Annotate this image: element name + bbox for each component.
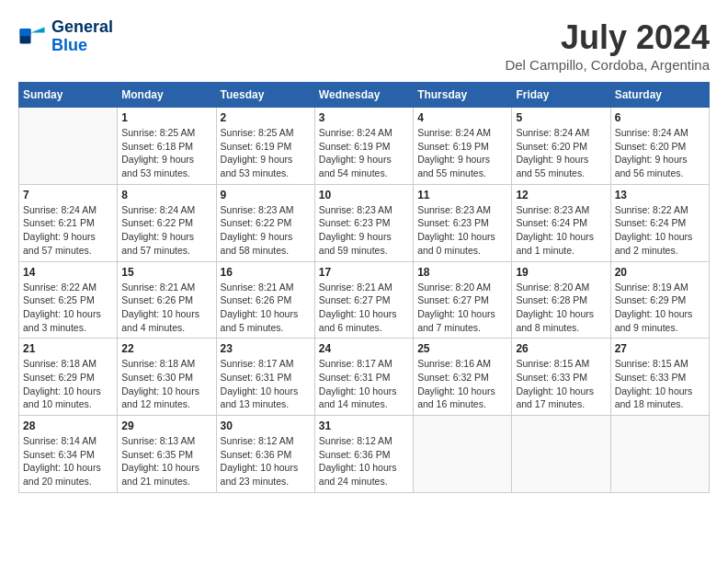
- day-number: 14: [23, 266, 113, 279]
- calendar-cell: [19, 108, 118, 185]
- day-info: Sunrise: 8:22 AMSunset: 6:25 PMDaylight:…: [23, 281, 113, 335]
- calendar-cell: 2Sunrise: 8:25 AMSunset: 6:19 PMDaylight…: [216, 108, 314, 185]
- day-number: 9: [221, 189, 311, 201]
- day-info: Sunrise: 8:22 AMSunset: 6:24 PMDaylight:…: [615, 203, 705, 258]
- day-info: Sunrise: 8:25 AMSunset: 6:19 PMDaylight:…: [221, 126, 311, 180]
- calendar-cell: 6Sunrise: 8:24 AMSunset: 6:20 PMDaylight…: [610, 108, 709, 185]
- day-info: Sunrise: 8:18 AMSunset: 6:29 PMDaylight:…: [23, 357, 113, 411]
- day-info: Sunrise: 8:19 AMSunset: 6:29 PMDaylight:…: [615, 281, 705, 335]
- day-number: 2: [221, 111, 311, 124]
- calendar-cell: 27Sunrise: 8:15 AMSunset: 6:33 PMDayligh…: [610, 339, 709, 416]
- day-number: 25: [417, 342, 507, 355]
- day-info: Sunrise: 8:21 AMSunset: 6:26 PMDaylight:…: [121, 281, 211, 335]
- day-info: Sunrise: 8:13 AMSunset: 6:35 PMDaylight:…: [121, 434, 211, 488]
- logo-line1: General: [51, 18, 113, 37]
- day-number: 4: [417, 111, 507, 124]
- day-info: Sunrise: 8:24 AMSunset: 6:19 PMDaylight:…: [319, 126, 409, 180]
- calendar-cell: 17Sunrise: 8:21 AMSunset: 6:27 PMDayligh…: [314, 261, 413, 339]
- calendar-cell: 20Sunrise: 8:19 AMSunset: 6:29 PMDayligh…: [610, 261, 709, 339]
- weekday-header: Sunday: [19, 83, 118, 108]
- day-info: Sunrise: 8:24 AMSunset: 6:20 PMDaylight:…: [615, 126, 705, 180]
- calendar-cell: [610, 416, 709, 493]
- weekday-header: Monday: [118, 83, 216, 108]
- day-number: 16: [221, 266, 311, 279]
- day-info: Sunrise: 8:12 AMSunset: 6:36 PMDaylight:…: [221, 434, 311, 488]
- calendar-cell: 3Sunrise: 8:24 AMSunset: 6:19 PMDaylight…: [314, 108, 413, 185]
- day-number: 19: [516, 266, 606, 279]
- calendar-cell: 21Sunrise: 8:18 AMSunset: 6:29 PMDayligh…: [19, 339, 118, 416]
- day-info: Sunrise: 8:15 AMSunset: 6:33 PMDaylight:…: [615, 357, 705, 411]
- calendar-cell: 4Sunrise: 8:24 AMSunset: 6:19 PMDaylight…: [414, 108, 512, 185]
- calendar-cell: [512, 416, 610, 493]
- calendar-cell: 13Sunrise: 8:22 AMSunset: 6:24 PMDayligh…: [610, 184, 709, 261]
- day-number: 28: [23, 419, 113, 432]
- day-number: 26: [516, 342, 606, 355]
- day-info: Sunrise: 8:24 AMSunset: 6:21 PMDaylight:…: [23, 203, 113, 258]
- weekday-header: Friday: [512, 83, 610, 108]
- calendar-header-row: SundayMondayTuesdayWednesdayThursdayFrid…: [19, 83, 710, 108]
- calendar-week-row: 21Sunrise: 8:18 AMSunset: 6:29 PMDayligh…: [19, 339, 710, 416]
- day-number: 29: [121, 419, 211, 432]
- weekday-header: Saturday: [610, 83, 709, 108]
- calendar-cell: 10Sunrise: 8:23 AMSunset: 6:23 PMDayligh…: [314, 184, 413, 261]
- day-info: Sunrise: 8:17 AMSunset: 6:31 PMDaylight:…: [221, 357, 311, 411]
- day-number: 11: [417, 189, 507, 201]
- day-number: 22: [121, 342, 211, 355]
- calendar-cell: 5Sunrise: 8:24 AMSunset: 6:20 PMDaylight…: [512, 108, 610, 185]
- svg-rect-1: [20, 29, 31, 36]
- day-number: 18: [417, 266, 507, 279]
- calendar-cell: 31Sunrise: 8:12 AMSunset: 6:36 PMDayligh…: [314, 416, 413, 493]
- day-number: 30: [221, 419, 311, 432]
- calendar-cell: 25Sunrise: 8:16 AMSunset: 6:32 PMDayligh…: [414, 339, 512, 416]
- calendar-cell: [414, 416, 512, 493]
- day-info: Sunrise: 8:21 AMSunset: 6:26 PMDaylight:…: [221, 281, 311, 335]
- month-year-title: July 2024: [505, 18, 710, 57]
- calendar-cell: 1Sunrise: 8:25 AMSunset: 6:18 PMDaylight…: [118, 108, 216, 185]
- day-number: 20: [615, 266, 705, 279]
- day-number: 13: [615, 189, 705, 201]
- calendar-week-row: 14Sunrise: 8:22 AMSunset: 6:25 PMDayligh…: [19, 261, 710, 339]
- day-info: Sunrise: 8:18 AMSunset: 6:30 PMDaylight:…: [121, 357, 211, 411]
- day-info: Sunrise: 8:14 AMSunset: 6:34 PMDaylight:…: [23, 434, 113, 488]
- calendar-cell: 16Sunrise: 8:21 AMSunset: 6:26 PMDayligh…: [216, 261, 314, 339]
- day-number: 7: [23, 189, 113, 201]
- logo-line2: Blue: [51, 36, 87, 54]
- logo-text: General Blue: [51, 18, 113, 55]
- day-number: 31: [319, 419, 409, 432]
- day-info: Sunrise: 8:24 AMSunset: 6:20 PMDaylight:…: [516, 126, 606, 180]
- calendar-cell: 18Sunrise: 8:20 AMSunset: 6:27 PMDayligh…: [414, 261, 512, 339]
- day-info: Sunrise: 8:20 AMSunset: 6:28 PMDaylight:…: [516, 281, 606, 335]
- day-info: Sunrise: 8:21 AMSunset: 6:27 PMDaylight:…: [319, 281, 409, 335]
- day-info: Sunrise: 8:15 AMSunset: 6:33 PMDaylight:…: [516, 357, 606, 411]
- day-number: 24: [319, 342, 409, 355]
- day-number: 12: [516, 189, 606, 201]
- day-info: Sunrise: 8:23 AMSunset: 6:23 PMDaylight:…: [319, 203, 409, 258]
- page-header: General Blue July 2024 Del Campillo, Cor…: [18, 18, 710, 73]
- calendar-cell: 29Sunrise: 8:13 AMSunset: 6:35 PMDayligh…: [118, 416, 216, 493]
- svg-marker-2: [31, 27, 45, 32]
- logo-icon: [18, 23, 46, 51]
- day-info: Sunrise: 8:16 AMSunset: 6:32 PMDaylight:…: [417, 357, 507, 411]
- calendar-week-row: 7Sunrise: 8:24 AMSunset: 6:21 PMDaylight…: [19, 184, 710, 261]
- day-info: Sunrise: 8:20 AMSunset: 6:27 PMDaylight:…: [417, 281, 507, 335]
- weekday-header: Thursday: [414, 83, 512, 108]
- day-info: Sunrise: 8:23 AMSunset: 6:23 PMDaylight:…: [417, 203, 507, 258]
- day-info: Sunrise: 8:23 AMSunset: 6:24 PMDaylight:…: [516, 203, 606, 258]
- calendar-cell: 9Sunrise: 8:23 AMSunset: 6:22 PMDaylight…: [216, 184, 314, 261]
- day-number: 21: [23, 342, 113, 355]
- calendar-cell: 15Sunrise: 8:21 AMSunset: 6:26 PMDayligh…: [118, 261, 216, 339]
- logo: General Blue: [18, 18, 113, 55]
- calendar-cell: 30Sunrise: 8:12 AMSunset: 6:36 PMDayligh…: [216, 416, 314, 493]
- calendar-cell: 14Sunrise: 8:22 AMSunset: 6:25 PMDayligh…: [19, 261, 118, 339]
- calendar-week-row: 28Sunrise: 8:14 AMSunset: 6:34 PMDayligh…: [19, 416, 710, 493]
- day-number: 3: [319, 111, 409, 124]
- weekday-header: Tuesday: [216, 83, 314, 108]
- day-info: Sunrise: 8:12 AMSunset: 6:36 PMDaylight:…: [319, 434, 409, 488]
- day-number: 1: [121, 111, 211, 124]
- calendar-cell: 8Sunrise: 8:24 AMSunset: 6:22 PMDaylight…: [118, 184, 216, 261]
- day-number: 5: [516, 111, 606, 124]
- day-info: Sunrise: 8:23 AMSunset: 6:22 PMDaylight:…: [221, 203, 311, 258]
- weekday-header: Wednesday: [314, 83, 413, 108]
- day-number: 27: [615, 342, 705, 355]
- location-subtitle: Del Campillo, Cordoba, Argentina: [505, 57, 710, 73]
